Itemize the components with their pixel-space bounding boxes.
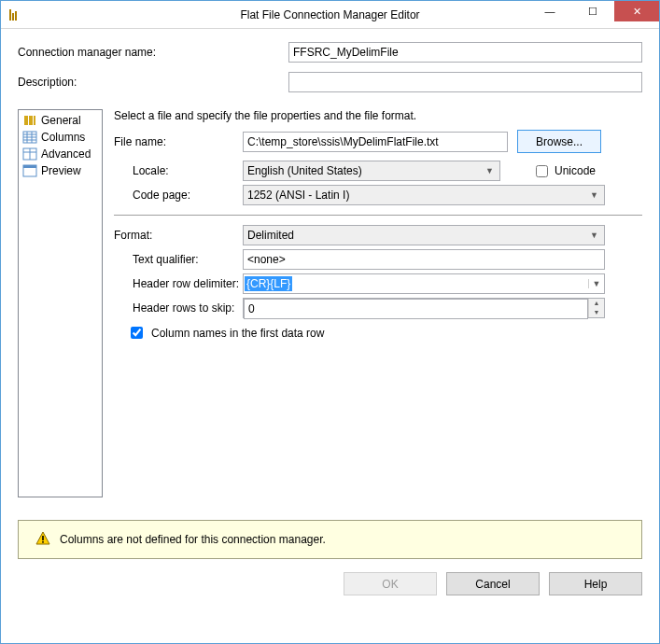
svg-rect-5 (34, 116, 35, 125)
maximize-button[interactable]: ☐ (571, 1, 614, 21)
nav-item-advanced[interactable]: Advanced (19, 146, 102, 162)
spinner-up-button[interactable]: ▲ (589, 299, 604, 308)
header-delimiter-select[interactable]: {CR}{LF} ▼ (243, 273, 605, 294)
app-icon (7, 7, 21, 22)
svg-rect-4 (29, 116, 33, 125)
chevron-down-icon: ▼ (588, 279, 604, 288)
advanced-icon (22, 147, 37, 161)
minimize-button[interactable]: — (528, 1, 571, 21)
svg-rect-2 (15, 11, 17, 21)
svg-rect-0 (9, 9, 11, 21)
warning-panel: Columns are not defined for this connect… (18, 520, 642, 559)
spinner-down-button[interactable]: ▼ (589, 308, 604, 317)
browse-button[interactable]: Browse... (517, 130, 601, 153)
locale-value: English (United States) (247, 164, 482, 177)
description-input[interactable] (288, 72, 642, 92)
nav-item-general[interactable]: General (19, 112, 102, 129)
svg-rect-1 (12, 13, 14, 21)
svg-rect-18 (42, 536, 44, 540)
divider (114, 215, 642, 216)
nav-pane: General Columns Advanced Preview (18, 109, 103, 497)
text-qualifier-input[interactable] (243, 249, 605, 270)
header-skip-input[interactable] (244, 299, 588, 319)
connection-name-label: Connection manager name: (18, 46, 288, 59)
svg-rect-19 (42, 541, 44, 543)
header-delimiter-label: Header row delimiter: (114, 277, 243, 290)
header-skip-label: Header rows to skip: (114, 301, 243, 315)
nav-label: Advanced (41, 147, 91, 161)
instruction-text: Select a file and specify the file prope… (114, 109, 642, 122)
nav-label: Preview (41, 164, 81, 177)
column-names-first-row-checkbox[interactable] (131, 327, 143, 339)
codepage-select[interactable]: 1252 (ANSI - Latin I) ▼ (243, 185, 605, 205)
chevron-down-icon: ▼ (586, 190, 602, 200)
nav-label: Columns (41, 131, 85, 144)
warning-text: Columns are not defined for this connect… (60, 533, 326, 546)
ok-button: OK (344, 572, 437, 595)
file-name-input[interactable] (243, 132, 508, 152)
nav-item-preview[interactable]: Preview (19, 162, 102, 179)
close-button[interactable]: ✕ (614, 1, 659, 21)
description-label: Description: (18, 76, 288, 89)
chevron-down-icon: ▼ (586, 231, 602, 240)
column-names-first-row-label: Column names in the first data row (151, 327, 324, 340)
header-delimiter-value: {CR}{LF} (245, 276, 292, 291)
format-value: Delimited (247, 229, 586, 242)
text-qualifier-label: Text qualifier: (114, 253, 243, 266)
format-select[interactable]: Delimited ▼ (243, 225, 605, 245)
codepage-label: Code page: (114, 189, 243, 202)
help-button[interactable]: Help (549, 572, 642, 595)
unicode-checkbox[interactable] (536, 165, 548, 177)
locale-label: Locale: (114, 164, 243, 177)
cancel-button[interactable]: Cancel (446, 572, 540, 595)
columns-icon (22, 130, 37, 145)
header-skip-spinner[interactable]: ▲ ▼ (243, 298, 605, 318)
codepage-value: 1252 (ANSI - Latin I) (247, 189, 586, 202)
locale-select[interactable]: English (United States) ▼ (243, 161, 500, 181)
chevron-down-icon: ▼ (482, 166, 498, 175)
format-label: Format: (114, 229, 243, 242)
general-icon (22, 113, 37, 128)
unicode-label: Unicode (555, 164, 596, 177)
svg-rect-16 (23, 165, 36, 168)
nav-label: General (41, 114, 81, 127)
warning-icon (35, 531, 50, 549)
file-name-label: File name: (114, 135, 243, 148)
preview-icon (22, 163, 37, 178)
svg-rect-3 (24, 116, 28, 125)
title-bar: Flat File Connection Manager Editor — ☐ … (1, 1, 659, 29)
connection-name-input[interactable] (288, 42, 642, 63)
nav-item-columns[interactable]: Columns (19, 129, 102, 146)
